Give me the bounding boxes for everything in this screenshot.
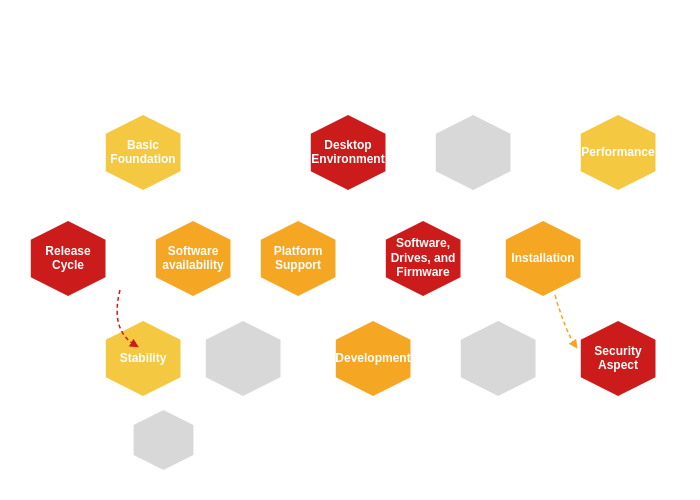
hexagon-map: Basic FoundationRelease CycleSoftware av… bbox=[0, 0, 700, 500]
hex-platform-support: Platform Support bbox=[255, 221, 341, 296]
desktop-environment-label: Desktop Environment bbox=[303, 138, 392, 167]
hex-gray2 bbox=[200, 321, 286, 396]
hex-gray3 bbox=[455, 321, 541, 396]
software-drives-firmware-label: Software, Drives, and Firmware bbox=[383, 236, 464, 279]
platform-support-label: Platform Support bbox=[266, 244, 331, 273]
hex-installation: Installation bbox=[500, 221, 586, 296]
hex-performance: Performance bbox=[575, 115, 661, 190]
hex-basic-foundation: Basic Foundation bbox=[100, 115, 186, 190]
performance-label: Performance bbox=[573, 145, 662, 159]
basic-foundation-label: Basic Foundation bbox=[102, 138, 183, 167]
release-cycle-label: Release Cycle bbox=[37, 244, 98, 273]
hex-release-cycle: Release Cycle bbox=[25, 221, 111, 296]
software-availability-label: Software availability bbox=[154, 244, 231, 273]
hex-gray4 bbox=[129, 410, 198, 470]
hex-software-availability: Software availability bbox=[150, 221, 236, 296]
stability-label: Stability bbox=[112, 351, 175, 365]
installation-label: Installation bbox=[503, 251, 582, 265]
hex-desktop-environment: Desktop Environment bbox=[305, 115, 391, 190]
hex-gray1 bbox=[430, 115, 516, 190]
development-label: Development bbox=[327, 351, 418, 365]
security-aspect-label: Security Aspect bbox=[586, 344, 649, 373]
hex-software-drives-firmware: Software, Drives, and Firmware bbox=[380, 221, 466, 296]
hex-development: Development bbox=[330, 321, 416, 396]
hex-security-aspect: Security Aspect bbox=[575, 321, 661, 396]
hex-stability: Stability bbox=[100, 321, 186, 396]
